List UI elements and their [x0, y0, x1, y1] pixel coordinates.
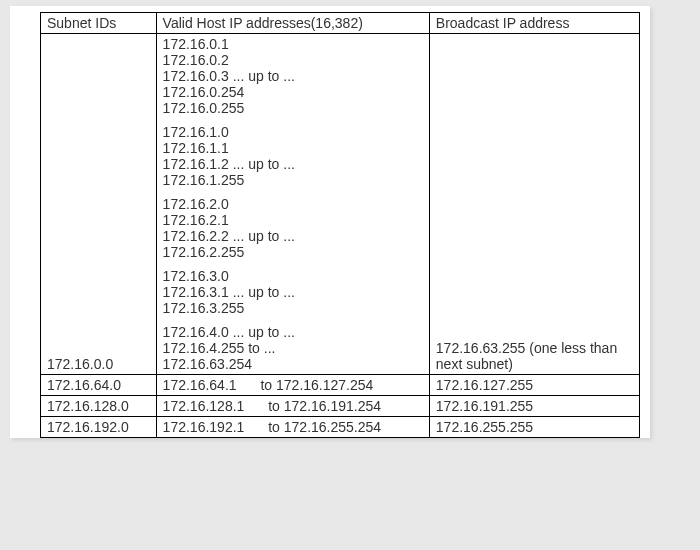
table-row: 172.16.192.0 172.16.192.1 to 172.16.255.…	[41, 417, 640, 438]
ip-line: 172.16.4.255 to ...	[163, 340, 423, 356]
table-row: 172.16.128.0 172.16.128.1 to 172.16.191.…	[41, 396, 640, 417]
ip-line: 172.16.2.255	[163, 244, 423, 260]
col-broadcast-header: Broadcast IP address	[429, 13, 639, 34]
broadcast-cell: 172.16.127.255	[429, 375, 639, 396]
ip-line: 172.16.3.0	[163, 268, 423, 284]
ip-line: 172.16.2.2 ... up to ...	[163, 228, 423, 244]
subnet-table: Subnet IDs Valid Host IP addresses(16,38…	[40, 12, 640, 438]
range-from: 172.16.128.1	[163, 398, 245, 414]
broadcast-cell: 172.16.191.255	[429, 396, 639, 417]
ip-line: 172.16.1.0	[163, 124, 423, 140]
document-page: Subnet IDs Valid Host IP addresses(16,38…	[10, 6, 650, 438]
valid-hosts-cell: 172.16.128.1 to 172.16.191.254	[156, 396, 429, 417]
table-row: 172.16.64.0 172.16.64.1 to 172.16.127.25…	[41, 375, 640, 396]
range-to: to 172.16.191.254	[268, 398, 381, 414]
valid-hosts-cell: 172.16.64.1 to 172.16.127.254	[156, 375, 429, 396]
range-to: to 172.16.127.254	[260, 377, 373, 393]
col-subnet-header: Subnet IDs	[41, 13, 157, 34]
ip-line: 172.16.2.1	[163, 212, 423, 228]
subnet-id-cell: 172.16.192.0	[41, 417, 157, 438]
broadcast-cell: 172.16.63.255 (one less than next subnet…	[429, 34, 639, 375]
subnet-id-cell: 172.16.128.0	[41, 396, 157, 417]
range-from: 172.16.192.1	[163, 419, 245, 435]
ip-line: 172.16.0.1	[163, 36, 423, 52]
ip-line: 172.16.63.254	[163, 356, 423, 372]
ip-line: 172.16.0.255	[163, 100, 423, 116]
range-to: to 172.16.255.254	[268, 419, 381, 435]
range-from: 172.16.64.1	[163, 377, 237, 393]
ip-line: 172.16.2.0	[163, 196, 423, 212]
ip-line: 172.16.0.254	[163, 84, 423, 100]
ip-line: 172.16.3.1 ... up to ...	[163, 284, 423, 300]
subnet-id-cell: 172.16.64.0	[41, 375, 157, 396]
ip-line: 172.16.0.2	[163, 52, 423, 68]
ip-line: 172.16.3.255	[163, 300, 423, 316]
ip-line: 172.16.4.0 ... up to ...	[163, 324, 423, 340]
table-row: 172.16.0.0 172.16.0.1 172.16.0.2 172.16.…	[41, 34, 640, 375]
valid-hosts-cell: 172.16.192.1 to 172.16.255.254	[156, 417, 429, 438]
ip-line: 172.16.1.2 ... up to ...	[163, 156, 423, 172]
ip-line: 172.16.1.1	[163, 140, 423, 156]
table-header-row: Subnet IDs Valid Host IP addresses(16,38…	[41, 13, 640, 34]
subnet-id-cell: 172.16.0.0	[41, 34, 157, 375]
valid-hosts-cell: 172.16.0.1 172.16.0.2 172.16.0.3 ... up …	[156, 34, 429, 375]
broadcast-cell: 172.16.255.255	[429, 417, 639, 438]
col-valid-header: Valid Host IP addresses(16,382)	[156, 13, 429, 34]
ip-line: 172.16.0.3 ... up to ...	[163, 68, 423, 84]
ip-line: 172.16.1.255	[163, 172, 423, 188]
